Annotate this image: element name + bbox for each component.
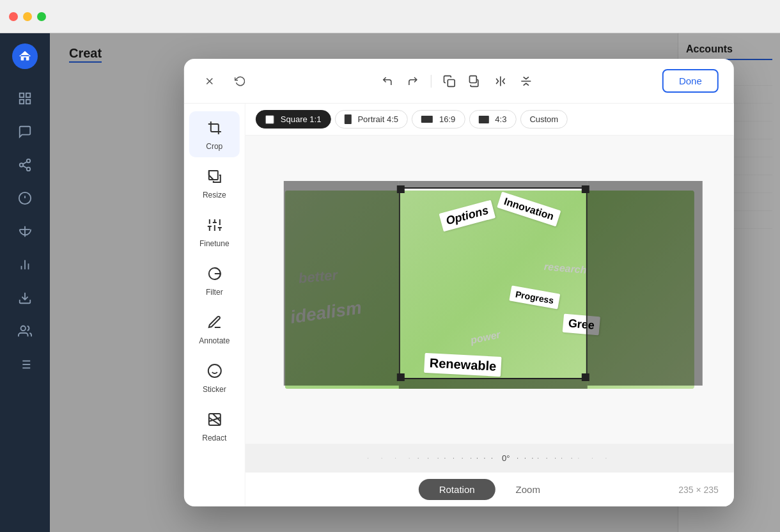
zoom-tab[interactable]: Zoom: [495, 479, 561, 500]
undo-button[interactable]: [377, 71, 397, 91]
flip-v-button[interactable]: [515, 71, 536, 91]
svg-rect-20: [448, 79, 455, 86]
svg-point-6: [27, 168, 31, 171]
annotate-tool[interactable]: Annotate: [189, 306, 240, 352]
minimize-button[interactable]: [23, 12, 32, 21]
crop-handle-br[interactable]: [582, 373, 589, 381]
filter-tool[interactable]: Filter: [189, 257, 240, 303]
canvas-area: Square 1:1 Portrait 4:5 16:9 4:3: [246, 104, 734, 506]
sticker-tool[interactable]: Sticker: [189, 354, 240, 400]
sidebar-item-messages[interactable]: [11, 118, 39, 146]
resize-label: Resize: [203, 191, 226, 199]
crop-left-mask: [284, 181, 399, 386]
svg-rect-0: [20, 93, 24, 97]
close-button[interactable]: [9, 12, 18, 21]
main-content: Creat Accounts a Green tine Ideas sketba…: [50, 33, 780, 532]
svg-rect-22: [208, 171, 217, 180]
aspect-square-button[interactable]: Square 1:1: [256, 110, 331, 129]
sidebar-logo[interactable]: [12, 43, 38, 69]
modal-header-left: [199, 71, 251, 91]
dimensions-display: 235 × 235: [678, 485, 719, 495]
sidebar-item-analytics[interactable]: [11, 251, 39, 279]
aspect-ratio-bar: Square 1:1 Portrait 4:5 16:9 4:3: [246, 104, 734, 136]
maximize-button[interactable]: [37, 12, 46, 21]
square-icon: [265, 115, 274, 124]
sidebar-item-download[interactable]: [11, 284, 39, 312]
flip-h-button[interactable]: [490, 71, 510, 91]
modal-header: Done: [184, 59, 734, 104]
aspect-4-3-button[interactable]: 4:3: [469, 110, 516, 129]
image-canvas: Options Innovation better research ideal…: [246, 136, 734, 444]
titlebar: [0, 0, 780, 33]
rotation-ticks-right: · · ·: [578, 455, 612, 462]
sidebar-item-campaign[interactable]: [11, 217, 39, 246]
sidebar-item-support[interactable]: [11, 184, 39, 212]
resize-icon: [204, 166, 224, 187]
redact-icon: [204, 409, 224, 430]
copy-up-button[interactable]: [464, 71, 485, 91]
annotate-label: Annotate: [199, 336, 230, 345]
rotation-ticks-left2: · · ·: [417, 455, 442, 462]
app-container: Creat Accounts a Green tine Ideas sketba…: [0, 33, 780, 532]
rotation-bar[interactable]: · · · · · · · · · · · · · · 0° · · · · ·…: [246, 444, 734, 472]
crop-handle-bl[interactable]: [397, 373, 405, 381]
svg-point-4: [27, 159, 31, 163]
modal-body: Crop Resize: [184, 104, 734, 506]
modal-header-right: Done: [662, 69, 719, 93]
filter-label: Filter: [206, 288, 223, 297]
svg-point-5: [20, 163, 24, 167]
sidebar-item-dashboard[interactable]: [11, 84, 39, 113]
svg-point-11: [21, 326, 26, 331]
sidebar: [0, 33, 50, 532]
rotation-ticks-left3: · · · ·: [444, 455, 474, 462]
crop-right-mask: [588, 181, 703, 386]
aspect-custom-button[interactable]: Custom: [520, 110, 568, 129]
aspect-16-9-button[interactable]: 16:9: [412, 110, 465, 129]
aspect-portrait-button[interactable]: Portrait 4:5: [334, 110, 408, 129]
svg-rect-1: [26, 93, 30, 97]
history-button[interactable]: [230, 71, 251, 91]
image-outer-container: Options Innovation better research ideal…: [285, 191, 694, 389]
svg-rect-2: [20, 100, 24, 104]
rotation-ticks-left4: · · ·: [476, 455, 495, 462]
sticker-label: Sticker: [203, 385, 226, 394]
redo-button[interactable]: [402, 71, 423, 91]
redact-tool[interactable]: Redact: [189, 403, 240, 449]
rotation-ticks-right2: · ·: [561, 455, 575, 462]
rotation-tab[interactable]: Rotation: [419, 479, 495, 500]
crop-border: [399, 187, 588, 379]
landscape-icon: [478, 116, 488, 123]
close-modal-button[interactable]: [199, 71, 220, 91]
portrait-icon: [344, 114, 351, 124]
copy-down-button[interactable]: [439, 71, 459, 91]
sidebar-item-list[interactable]: [11, 350, 39, 379]
sticker-icon: [204, 361, 224, 381]
toolbar-separator: [430, 75, 431, 88]
finetune-icon: [204, 215, 224, 235]
rotation-ticks-right3: · · ·: [537, 455, 559, 462]
tool-sidebar: Crop Resize: [184, 104, 246, 506]
finetune-label: Finetune: [199, 239, 230, 248]
crop-handle-tr[interactable]: [582, 185, 589, 193]
crop-tool[interactable]: Crop: [189, 111, 240, 157]
image-editor-modal: Done Crop: [184, 59, 734, 506]
crop-bottom-mask: [399, 379, 588, 389]
svg-rect-21: [469, 75, 476, 82]
crop-label: Crop: [206, 142, 222, 151]
bottom-bar: Rotation Zoom 235 × 235: [246, 472, 734, 506]
done-button[interactable]: Done: [662, 69, 719, 93]
rotation-ticks-right4: · · ·: [517, 455, 535, 462]
filter-icon: [204, 263, 224, 284]
finetune-tool[interactable]: Finetune: [189, 208, 240, 254]
crop-top-mask: [399, 181, 588, 187]
modal-toolbar: [377, 71, 536, 91]
resize-tool[interactable]: Resize: [189, 160, 240, 206]
sidebar-item-network[interactable]: [11, 151, 39, 179]
crop-handle-tl[interactable]: [397, 185, 405, 193]
sidebar-item-people[interactable]: [11, 317, 39, 345]
crop-icon: [204, 118, 224, 138]
redact-label: Redact: [202, 434, 226, 442]
landscape-wide-icon: [421, 116, 433, 123]
crop-selection[interactable]: [399, 187, 588, 379]
svg-point-33: [208, 364, 221, 377]
